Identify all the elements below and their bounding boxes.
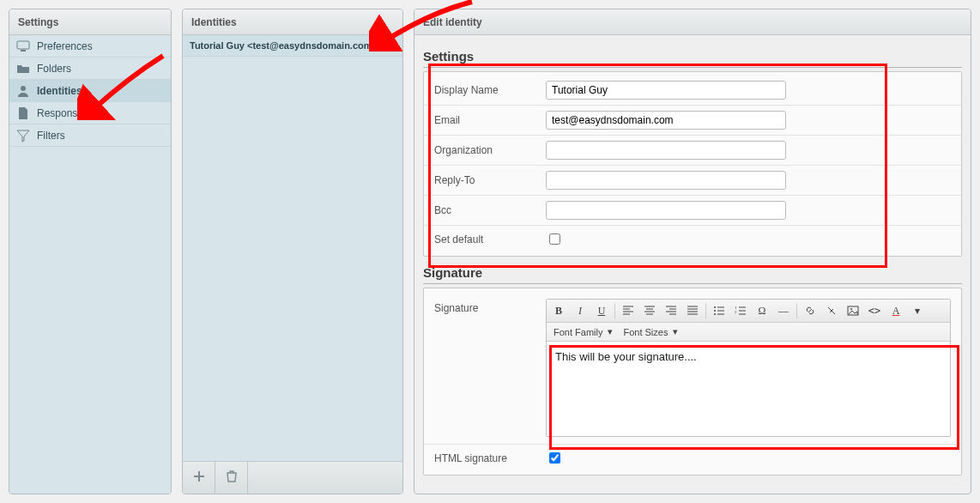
person-icon bbox=[16, 84, 30, 98]
email-label: Email bbox=[434, 114, 546, 126]
align-left-button[interactable] bbox=[618, 301, 638, 320]
identities-toolbar bbox=[183, 461, 402, 494]
svg-point-9 bbox=[850, 308, 852, 310]
bcc-input[interactable] bbox=[546, 201, 786, 220]
font-sizes-label: Font Sizes bbox=[623, 327, 668, 337]
font-family-label: Font Family bbox=[554, 327, 602, 337]
svg-point-4 bbox=[714, 310, 716, 312]
sidebar-item-label: Filters bbox=[37, 130, 65, 142]
bold-button[interactable]: B bbox=[548, 301, 569, 320]
special-char-button[interactable]: Ω bbox=[752, 301, 772, 320]
identities-panel: Identities Tutorial Guy <test@easydnsdom… bbox=[182, 9, 403, 494]
sidebar-item-label: Responses bbox=[37, 107, 88, 119]
sidebar-item-preferences[interactable]: Preferences bbox=[9, 35, 171, 58]
edit-identity-panel: Edit identity Settings Display Name Emai… bbox=[414, 9, 971, 494]
svg-point-3 bbox=[714, 306, 716, 308]
italic-button[interactable]: I bbox=[570, 301, 590, 320]
settings-fieldset: Display Name Email Organization Reply-To… bbox=[423, 71, 962, 257]
signature-fieldset: Signature B I U bbox=[423, 288, 962, 476]
edit-identity-title: Edit identity bbox=[414, 9, 971, 35]
filter-icon bbox=[16, 129, 30, 142]
set-default-label: Set default bbox=[434, 233, 546, 245]
svg-rect-0 bbox=[17, 41, 29, 49]
sidebar-item-label: Folders bbox=[37, 63, 71, 75]
align-center-button[interactable] bbox=[639, 301, 660, 320]
monitor-icon bbox=[16, 39, 30, 53]
bcc-label: Bcc bbox=[434, 204, 546, 216]
identity-item-label: Tutorial Guy <test@easydnsdomain.com> bbox=[190, 40, 378, 51]
sidebar-item-responses[interactable]: Responses bbox=[9, 102, 171, 124]
settings-sidebar-title: Settings bbox=[9, 9, 171, 35]
add-identity-button[interactable] bbox=[183, 462, 215, 494]
chevron-down-icon: ▾ bbox=[608, 326, 613, 337]
svg-rect-1 bbox=[21, 50, 26, 52]
link-button[interactable] bbox=[800, 301, 820, 320]
sidebar-item-label: Identities bbox=[37, 85, 82, 97]
chevron-down-icon: ▾ bbox=[673, 326, 678, 337]
identities-panel-title: Identities bbox=[183, 9, 402, 35]
svg-text:2: 2 bbox=[735, 310, 737, 314]
align-right-button[interactable] bbox=[661, 301, 681, 320]
html-signature-checkbox[interactable] bbox=[549, 452, 560, 464]
identity-item[interactable]: Tutorial Guy <test@easydnsdomain.com> bbox=[183, 35, 402, 57]
display-name-label: Display Name bbox=[434, 84, 546, 96]
delete-identity-button[interactable] bbox=[215, 462, 248, 494]
reply-to-label: Reply-To bbox=[434, 174, 546, 186]
more-button[interactable]: ▾ bbox=[907, 301, 928, 320]
sidebar-item-folders[interactable]: Folders bbox=[9, 58, 171, 80]
settings-sidebar: Settings Preferences Folders Identities bbox=[9, 9, 172, 494]
signature-editor: B I U 12 Ω bbox=[546, 299, 951, 437]
font-sizes-dropdown[interactable]: Font Sizes ▾ bbox=[623, 326, 678, 337]
sidebar-item-label: Preferences bbox=[37, 40, 93, 52]
signature-section-heading: Signature bbox=[423, 262, 962, 284]
align-justify-button[interactable] bbox=[682, 301, 703, 320]
svg-point-2 bbox=[21, 86, 26, 91]
settings-section-heading: Settings bbox=[423, 45, 962, 68]
signature-label: Signature bbox=[434, 299, 546, 314]
hr-button[interactable]: — bbox=[773, 301, 794, 320]
font-family-dropdown[interactable]: Font Family ▾ bbox=[554, 326, 613, 337]
plus-icon bbox=[192, 470, 206, 488]
trash-icon bbox=[225, 470, 239, 488]
sidebar-item-filters[interactable]: Filters bbox=[9, 124, 171, 147]
set-default-checkbox[interactable] bbox=[549, 233, 560, 245]
bullet-list-button[interactable] bbox=[709, 301, 729, 320]
display-name-input[interactable] bbox=[546, 81, 786, 100]
editor-toolbar: B I U 12 Ω bbox=[547, 300, 950, 323]
svg-point-5 bbox=[714, 313, 716, 315]
underline-button[interactable]: U bbox=[591, 301, 612, 320]
document-icon bbox=[16, 106, 30, 120]
folder-icon bbox=[16, 62, 30, 76]
sidebar-item-identities[interactable]: Identities bbox=[9, 80, 171, 102]
text-color-button[interactable]: A bbox=[886, 301, 906, 320]
organization-input[interactable] bbox=[546, 141, 786, 160]
email-input[interactable] bbox=[546, 111, 786, 130]
code-button[interactable]: <> bbox=[864, 301, 885, 320]
image-button[interactable] bbox=[843, 301, 863, 320]
settings-nav: Preferences Folders Identities Responses bbox=[9, 35, 171, 494]
reply-to-input[interactable] bbox=[546, 171, 786, 190]
unlink-button[interactable] bbox=[821, 301, 842, 320]
editor-toolbar-row2: Font Family ▾ Font Sizes ▾ bbox=[547, 323, 950, 342]
identities-list: Tutorial Guy <test@easydnsdomain.com> bbox=[183, 35, 402, 461]
numbered-list-button[interactable]: 12 bbox=[730, 301, 751, 320]
organization-label: Organization bbox=[434, 144, 546, 156]
html-signature-label: HTML signature bbox=[434, 452, 546, 464]
signature-body[interactable]: This will be your signature.... bbox=[547, 342, 950, 436]
